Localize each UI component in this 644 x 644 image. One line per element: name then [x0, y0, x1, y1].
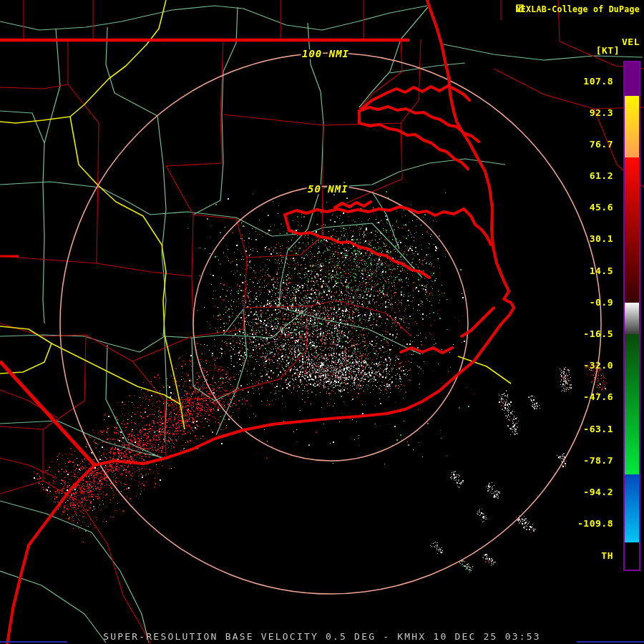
- range-ring-100nmi: [60, 53, 601, 594]
- colorbar-tick-label: 30.1: [590, 233, 613, 244]
- colorbar-tick-label: 107.8: [583, 76, 613, 87]
- state-borders: [0, 40, 409, 465]
- colorbar-tick-label: 76.7: [590, 139, 613, 150]
- colorbar-tick-label: -109.8: [577, 518, 613, 529]
- coastline: [7, 0, 514, 644]
- colorbar-tick-label: -63.1: [583, 424, 613, 434]
- colorbar-tick-label: 61.2: [590, 170, 613, 181]
- scale-unit-label: VEL: [622, 36, 640, 47]
- road-network: [0, 6, 643, 643]
- colorbar-tick-label: -16.5: [583, 328, 613, 339]
- colorbar-tick-label: -47.6: [583, 391, 613, 402]
- colorbar-tick-label: 45.6: [590, 202, 613, 213]
- colorbar-tick-label: 92.3: [590, 107, 613, 118]
- radar-viewport: 50 NMI 100 NMI NEXLAB-College of DuPage …: [0, 0, 644, 644]
- range-ring-50nmi-label: 50 NMI: [308, 183, 348, 195]
- velocity-colorbar-gradient: [625, 62, 639, 570]
- colorbar-tick-label: 14.5: [590, 265, 613, 276]
- county-borders: [0, 0, 644, 644]
- colorbar-tick-label: -94.2: [583, 487, 613, 497]
- scale-unit-bracket-label: [KT]: [596, 45, 620, 56]
- window-border-segment-left: [0, 641, 67, 643]
- window-border-segment-right: [577, 641, 644, 643]
- range-ring-100nmi-label: 100 NMI: [302, 48, 349, 59]
- nexlab-title: NEXLAB-College of DuPage: [516, 4, 640, 14]
- nexlab-header-link[interactable]: NEXLAB-College of DuPage: [516, 4, 640, 14]
- colorbar-tick-label: -32.0: [583, 360, 613, 371]
- state-border-southwest: [0, 361, 94, 465]
- product-status-bar: SUPER-RESOLUTION BASE VELOCITY 0.5 DEG -…: [0, 631, 644, 642]
- crossed-square-icon: [516, 4, 524, 12]
- colorbar-tick-label: TH: [601, 550, 613, 561]
- colorbar-tick-label: -0.9: [590, 297, 613, 308]
- range-rings: [60, 53, 601, 594]
- basemap-overlay: 50 NMI 100 NMI: [0, 0, 644, 644]
- colorbar-tick-label: -78.7: [583, 455, 613, 466]
- velocity-colorbar: [623, 61, 640, 571]
